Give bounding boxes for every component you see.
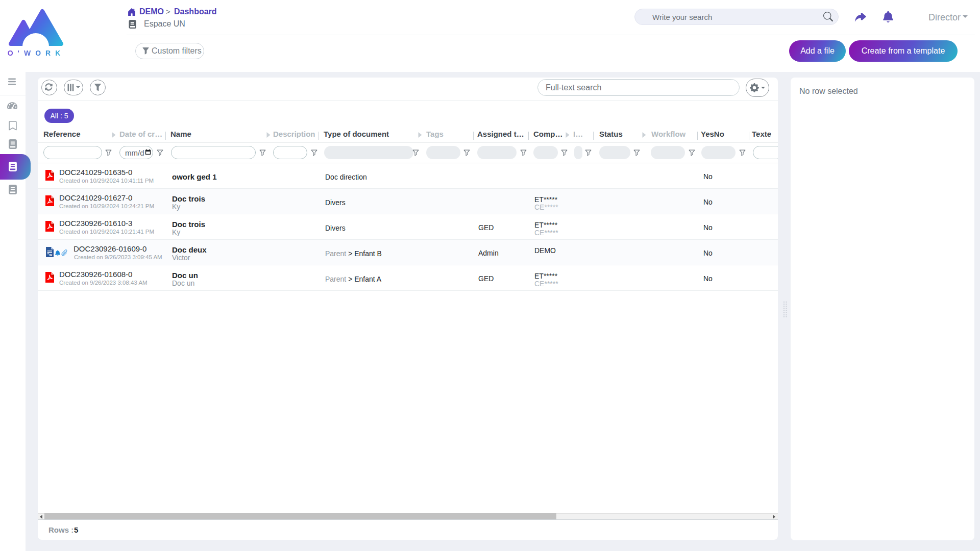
svg-text:w: w: [49, 253, 53, 257]
